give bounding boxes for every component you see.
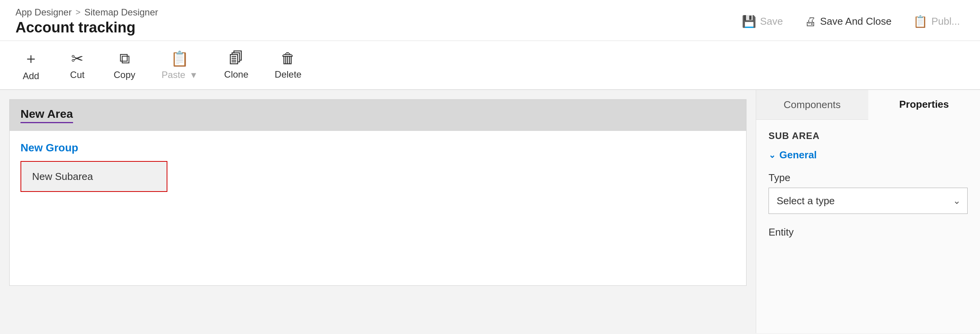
toolbar: ＋ Add ✂ Cut ⧉ Copy 📋 Paste ▼ 🗐 Clone 🗑 D… — [0, 41, 980, 90]
subarea-item[interactable]: New Subarea — [20, 161, 167, 192]
paste-label: Paste ▼ — [162, 70, 198, 80]
app-title: Account tracking — [15, 19, 158, 36]
type-field-label: Type — [769, 172, 968, 184]
copy-icon: ⧉ — [119, 50, 130, 67]
save-and-close-label: Save And Close — [820, 15, 891, 27]
tab-properties[interactable]: Properties — [868, 90, 980, 120]
paste-icon: 📋 — [170, 50, 189, 67]
panel-body: SUB AREA ⌄ General Type Select a typeEnt… — [756, 120, 980, 333]
type-select[interactable]: Select a typeEntityDashboardURLWeb Resou… — [769, 188, 968, 214]
area-body: New Group New Subarea — [10, 131, 746, 285]
paste-dropdown-arrow[interactable]: ▼ — [189, 70, 198, 80]
sub-area-section-title: SUB AREA — [769, 131, 968, 141]
publish-button[interactable]: 📋 Publ... — [908, 12, 965, 31]
save-button[interactable]: 💾 Save — [737, 12, 787, 31]
copy-label: Copy — [114, 70, 135, 80]
clone-label: Clone — [224, 69, 249, 80]
area-title[interactable]: New Area — [20, 107, 73, 123]
save-and-close-icon: 🖨 — [804, 15, 816, 28]
cut-label: Cut — [70, 70, 84, 80]
tab-components[interactable]: Components — [756, 90, 868, 119]
panel-tabs: Components Properties — [756, 90, 980, 120]
entity-field-label: Entity — [769, 226, 968, 238]
save-icon: 💾 — [742, 15, 756, 28]
cut-icon: ✂ — [71, 50, 84, 67]
clone-button[interactable]: 🗐 Clone — [219, 47, 254, 83]
header: App Designer > Sitemap Designer Account … — [0, 0, 980, 41]
paste-button[interactable]: 📋 Paste ▼ — [156, 47, 203, 83]
cut-button[interactable]: ✂ Cut — [62, 47, 93, 83]
save-label: Save — [760, 15, 783, 27]
canvas: New Area New Group New Subarea — [0, 90, 756, 333]
delete-icon: 🗑 — [281, 50, 295, 67]
main-content: New Area New Group New Subarea Component… — [0, 90, 980, 333]
area-card: New Area New Group New Subarea — [9, 99, 747, 286]
header-actions: 💾 Save 🖨 Save And Close 📋 Publ... — [737, 7, 965, 31]
right-panel: Components Properties SUB AREA ⌄ General… — [756, 90, 980, 333]
header-left: App Designer > Sitemap Designer Account … — [15, 7, 158, 36]
save-and-close-button[interactable]: 🖨 Save And Close — [800, 13, 896, 31]
copy-button[interactable]: ⧉ Copy — [108, 47, 141, 83]
clone-icon: 🗐 — [229, 50, 244, 67]
breadcrumb-separator: > — [75, 7, 80, 17]
type-select-wrapper: Select a typeEntityDashboardURLWeb Resou… — [769, 188, 968, 214]
general-group-header[interactable]: ⌄ General — [769, 149, 968, 161]
add-button[interactable]: ＋ Add — [15, 46, 46, 85]
group-title[interactable]: New Group — [20, 142, 735, 154]
chevron-down-icon: ⌄ — [769, 150, 775, 160]
breadcrumb: App Designer > Sitemap Designer — [15, 7, 158, 18]
add-icon: ＋ — [24, 49, 38, 68]
area-header: New Area — [10, 100, 746, 131]
delete-button[interactable]: 🗑 Delete — [269, 47, 307, 83]
publish-label: Publ... — [931, 15, 960, 27]
breadcrumb-app-designer[interactable]: App Designer — [15, 7, 72, 18]
add-label: Add — [23, 71, 39, 81]
general-group-label: General — [779, 149, 817, 161]
publish-icon: 📋 — [913, 15, 927, 28]
delete-label: Delete — [275, 69, 302, 80]
breadcrumb-sitemap-designer[interactable]: Sitemap Designer — [84, 7, 158, 18]
subarea-text: New Subarea — [32, 171, 93, 182]
